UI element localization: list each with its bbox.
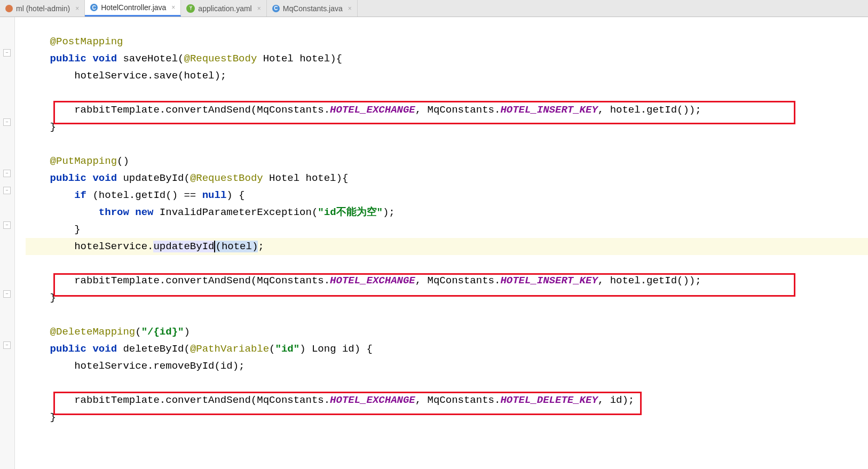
code-line: public void deleteById(@PathVariable("id…	[26, 340, 868, 357]
code-line: @PostMapping	[26, 33, 868, 50]
tab-label: application.yaml	[198, 4, 251, 13]
gutter: – – – – – – –	[0, 17, 15, 469]
code-line: }	[26, 409, 868, 426]
fold-toggle-icon[interactable]: –	[3, 118, 11, 126]
fold-toggle-icon[interactable]: –	[3, 49, 11, 57]
code-line: hotelService.removeById(id);	[26, 357, 868, 375]
close-icon[interactable]: ×	[171, 4, 175, 11]
close-icon[interactable]: ×	[348, 5, 352, 12]
tab-label: MqConstants.java	[283, 4, 343, 13]
code-line	[26, 375, 868, 392]
tab-label: ml (hotel-admin)	[16, 4, 70, 13]
java-class-icon: C	[272, 5, 280, 12]
code-line	[26, 136, 868, 153]
tab-mq-constants[interactable]: C MqConstants.java ×	[267, 0, 358, 17]
fold-toggle-icon[interactable]: –	[3, 221, 11, 229]
tab-hotel-controller[interactable]: C HotelController.java ×	[85, 0, 181, 17]
code-line	[26, 255, 868, 272]
editor-area: – – – – – – – @PostMapping public void s…	[0, 17, 868, 469]
code-line: rabbitTemplate.convertAndSend(MqConstant…	[26, 392, 868, 409]
code-line	[26, 306, 868, 323]
code-line: rabbitTemplate.convertAndSend(MqConstant…	[26, 101, 868, 118]
java-class-icon: C	[90, 4, 98, 11]
code-line: public void updateById(@RequestBody Hote…	[26, 170, 868, 187]
tab-application-yaml[interactable]: application.yaml ×	[181, 0, 266, 17]
fold-toggle-icon[interactable]: –	[3, 170, 11, 177]
code-line: }	[26, 118, 868, 136]
code-line-current: hotelService.updateById(hotel);	[26, 238, 868, 255]
fold-toggle-icon[interactable]: –	[3, 187, 11, 194]
code-line: }	[26, 221, 868, 238]
code-line	[26, 84, 868, 101]
code-line: public void saveHotel(@RequestBody Hotel…	[26, 50, 868, 67]
tab-hotel-admin-xml[interactable]: ml (hotel-admin) ×	[0, 0, 85, 17]
xml-file-icon	[5, 5, 13, 12]
fold-toggle-icon[interactable]: –	[3, 341, 11, 349]
code-line: }	[26, 289, 868, 306]
yaml-file-icon	[186, 4, 195, 13]
close-icon[interactable]: ×	[75, 5, 79, 12]
tab-label: HotelController.java	[101, 3, 166, 12]
editor-tabs-bar: ml (hotel-admin) × C HotelController.jav…	[0, 0, 868, 17]
code-line: @PutMapping()	[26, 153, 868, 170]
code-editor[interactable]: @PostMapping public void saveHotel(@Requ…	[15, 17, 868, 469]
code-line: @DeleteMapping("/{id}")	[26, 323, 868, 340]
fold-toggle-icon[interactable]: –	[3, 290, 11, 298]
code-line: hotelService.save(hotel);	[26, 67, 868, 84]
code-line: rabbitTemplate.convertAndSend(MqConstant…	[26, 272, 868, 289]
code-line: if (hotel.getId() == null) {	[26, 187, 868, 204]
code-line: throw new InvalidParameterException("id不…	[26, 204, 868, 221]
close-icon[interactable]: ×	[257, 5, 261, 12]
